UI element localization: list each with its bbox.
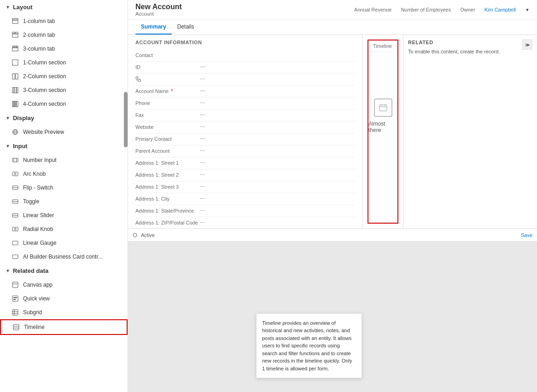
layout-section-label: Layout — [13, 4, 33, 11]
website-preview-label: Website Preview — [23, 129, 64, 135]
2col-tab-icon — [11, 31, 19, 39]
globe-icon — [11, 128, 19, 136]
field-label-phone: Phone — [135, 99, 200, 106]
record-title: New Account — [135, 3, 182, 11]
field-row-addr-zip: Address 1: ZIP/Postal Code — — [135, 217, 355, 228]
sidebar-item-1col-section[interactable]: 1-Column section — [0, 56, 128, 69]
sidebar-item-linear-gauge[interactable]: Linear Gauge — [0, 236, 128, 250]
svg-rect-16 — [14, 101, 15, 107]
sidebar-item-radial-knob[interactable]: Radial Knob — [0, 222, 128, 236]
1col-tab-label: 1-column tab — [23, 18, 55, 24]
field-row-account-name: Account Name * — — [135, 86, 355, 98]
field-value-id: — — [200, 63, 205, 69]
display-section-label: Display — [13, 115, 34, 121]
svg-rect-22 — [12, 158, 18, 162]
field-row-id: ID — — [135, 62, 355, 74]
toggle-icon — [11, 197, 19, 206]
save-button[interactable]: Save — [521, 232, 532, 238]
svg-rect-37 — [12, 282, 18, 288]
sidebar-item-2col-section[interactable]: 2-Column section — [0, 69, 128, 83]
record-subtitle: Account — [135, 11, 182, 17]
sidebar-item-1col-tab[interactable]: 1-column tab — [0, 14, 128, 28]
svg-rect-3 — [15, 32, 18, 34]
sidebar-item-4col-section[interactable]: 4-Column section — [0, 97, 128, 111]
field-value-account-name: — — [200, 87, 205, 93]
related-title: RELATED — [408, 40, 532, 45]
subgrid-label: Subgrid — [23, 309, 42, 316]
owner-label: Owner — [460, 7, 475, 12]
timeline-box-title: Timeline — [368, 40, 397, 52]
svg-rect-14 — [17, 87, 18, 93]
field-label-phone-icon — [135, 75, 200, 83]
related-section-header[interactable]: ▼ Related data — [0, 264, 128, 278]
layout-section-header[interactable]: ▼ Layout — [0, 0, 128, 14]
display-section-header[interactable]: ▼ Display — [0, 111, 128, 125]
field-label-account-name: Account Name * — [135, 87, 200, 94]
main-content: New Account Account Annual Revenue Numbe… — [128, 0, 537, 392]
field-row-fax: Fax — — [135, 110, 355, 121]
svg-rect-15 — [12, 101, 13, 107]
field-value-addr-street3: — — [200, 183, 205, 189]
svg-rect-11 — [16, 74, 18, 79]
sidebar-item-timeline[interactable]: Timeline — [0, 319, 128, 335]
svg-rect-7 — [17, 46, 18, 47]
svg-rect-4 — [12, 34, 18, 37]
field-value-addr-city: — — [200, 195, 205, 201]
sidebar-item-3col-section[interactable]: 3-Column section — [0, 83, 128, 97]
svg-rect-17 — [15, 101, 16, 107]
user-name[interactable]: Kim Campbell — [484, 7, 516, 12]
svg-rect-49 — [379, 105, 387, 111]
status-label: Active — [141, 232, 155, 238]
1col-section-label: 1-Column section — [23, 59, 66, 66]
sidebar-item-ai-builder[interactable]: AI Builder Business Card contr... — [0, 250, 128, 264]
ai-builder-label: AI Builder Business Card contr... — [23, 254, 103, 260]
4col-section-label: 4-Column section — [23, 101, 66, 107]
sidebar-item-linear-slider[interactable]: Linear Slider — [0, 208, 128, 222]
sidebar-item-canvas-app[interactable]: Canvas app — [0, 278, 128, 292]
3col-tab-icon — [11, 45, 19, 53]
related-collapse-button[interactable]: ≫ — [522, 40, 532, 50]
sidebar-item-flip-switch[interactable]: Flip - Switch — [0, 181, 128, 195]
svg-rect-13 — [14, 87, 16, 93]
field-label-id: ID — [135, 63, 200, 70]
record-header-right: Annual Revenue Number of Employees Owner… — [354, 7, 530, 12]
tab-summary[interactable]: Summary — [135, 20, 172, 35]
input-section-header[interactable]: ▼ Input — [0, 139, 128, 153]
sidebar-item-3col-tab[interactable]: 3-column tab — [0, 42, 128, 56]
sidebar-item-number-input[interactable]: Number Input — [0, 153, 128, 167]
sidebar-item-website-preview[interactable]: Website Preview — [0, 125, 128, 139]
field-value-phone: — — [200, 99, 205, 105]
record-header-left: New Account Account — [135, 3, 182, 17]
field-label-addr-state: Address 1: State/Province — [135, 207, 200, 213]
radial-knob-label: Radial Knob — [23, 226, 53, 232]
scrollbar-thumb[interactable] — [124, 92, 128, 147]
2col-section-icon — [11, 72, 19, 81]
sidebar-item-subgrid[interactable]: Subgrid — [0, 306, 128, 319]
tab-details[interactable]: Details — [172, 20, 200, 35]
sidebar-item-toggle[interactable]: Toggle — [0, 195, 128, 208]
3col-section-icon — [11, 86, 19, 94]
field-row-addr-city: Address 1: City — — [135, 193, 355, 205]
quick-view-icon — [11, 294, 19, 303]
field-value-parent-account: — — [200, 147, 205, 153]
active-icon — [133, 233, 137, 237]
user-dropdown-icon[interactable]: ▼ — [525, 7, 530, 12]
timeline-column: Timeline Almost there — [363, 35, 403, 228]
canvas-app-label: Canvas app — [23, 282, 53, 288]
field-value-addr-street2: — — [200, 171, 205, 177]
field-row-parent-account: Parent Account — — [135, 145, 355, 157]
toggle-label: Toggle — [23, 198, 39, 205]
sidebar-item-2col-tab[interactable]: 2-column tab — [0, 28, 128, 42]
timeline-icon — [12, 323, 20, 331]
related-message: To enable this content, create the recor… — [408, 49, 532, 54]
field-row-addr-street3: Address 1: Street 3 — — [135, 181, 355, 193]
svg-point-26 — [14, 173, 16, 175]
svg-rect-42 — [12, 310, 18, 315]
svg-rect-6 — [14, 46, 16, 47]
sidebar-item-arc-knob[interactable]: Arc Knob — [0, 167, 128, 181]
bottom-bar-status: Active — [133, 232, 155, 238]
2col-tab-label: 2-column tab — [23, 32, 55, 38]
linear-slider-label: Linear Slider — [23, 212, 54, 219]
sidebar-item-quick-view[interactable]: Quick view — [0, 292, 128, 306]
svg-rect-33 — [12, 227, 18, 231]
